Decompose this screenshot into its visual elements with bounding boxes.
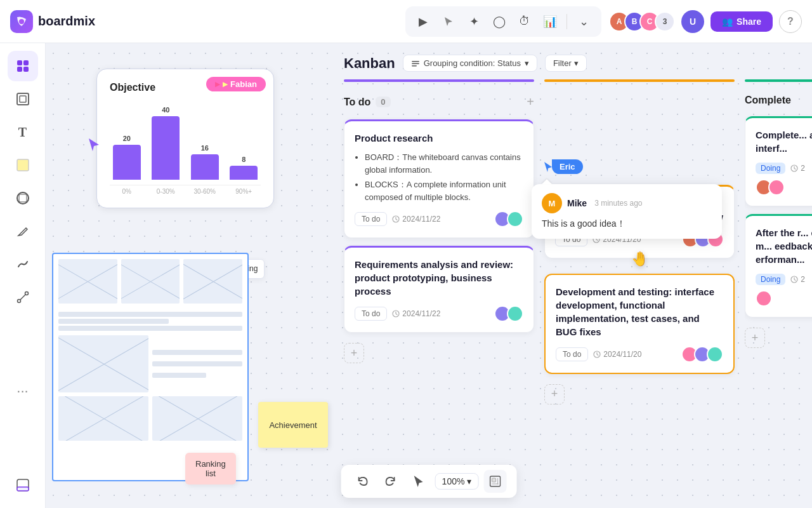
- toolbar-play-btn[interactable]: ▶: [412, 10, 435, 33]
- wf-box-6: [152, 396, 242, 441]
- complete-plus-btn[interactable]: +: [745, 328, 765, 348]
- todo-title: To do: [344, 97, 370, 108]
- toolbar-circle-btn[interactable]: ◯: [488, 10, 511, 33]
- ranking-sticky[interactable]: Ranking list: [185, 453, 236, 485]
- svg-point-11: [25, 292, 28, 295]
- sidebar-item-text[interactable]: T: [8, 117, 38, 147]
- hand-cursor-icon: 🤚: [631, 251, 648, 267]
- sidebar-item-sticky[interactable]: [8, 150, 38, 180]
- complete-card2-title: After the r... ersion, m... eedback... e…: [756, 226, 812, 266]
- doing-badge-1: Doing: [756, 163, 785, 174]
- kanban-columns: To do 0 + Product research BOARD：The whi…: [331, 79, 812, 493]
- svg-rect-14: [412, 61, 419, 62]
- achievement-text: Achievement: [269, 420, 317, 430]
- toolbar-cursor-btn[interactable]: [437, 10, 460, 33]
- svg-rect-15: [412, 63, 419, 64]
- select-tool-button[interactable]: [407, 470, 430, 493]
- grouping-dropdown[interactable]: Grouping condition: Status ▾: [403, 55, 537, 72]
- chart-card[interactable]: Objective ▶ Fabian 20 40 16: [96, 69, 274, 208]
- fabian-label: Fabian: [230, 79, 257, 89]
- sidebar-item-connector[interactable]: [8, 282, 38, 312]
- wf-box-2: [121, 259, 180, 304]
- popup-arrow: [542, 179, 552, 184]
- bar-axis: 0% 0-30% 30-60% 90%+: [110, 185, 261, 195]
- doing-badge-2: Doing: [756, 274, 785, 285]
- sidebar-more[interactable]: ···: [8, 376, 38, 406]
- card-product-research[interactable]: Product research BOARD：The whiteboard ca…: [344, 119, 534, 238]
- main-avatar: U: [681, 10, 704, 33]
- bar-group-1: 20: [110, 135, 144, 180]
- map-icon: [489, 476, 501, 487]
- complete-header: Complete: [745, 92, 812, 109]
- sidebar-item-pen[interactable]: [8, 216, 38, 246]
- kanban-header: Kanban Grouping condition: Status ▾ Filt…: [331, 43, 812, 79]
- redo-button[interactable]: [379, 470, 402, 493]
- card-requirements[interactable]: Requirements analysis and review: produc…: [344, 246, 534, 333]
- comment-text: This is a good idea！: [542, 218, 712, 230]
- avatar-group: A B C 3: [609, 11, 675, 32]
- toolbar-timer-btn[interactable]: ⏱: [513, 10, 536, 33]
- req-date: 2024/11/22: [392, 309, 440, 318]
- canvas: Objective ▶ Fabian 20 40 16: [46, 43, 812, 508]
- minimap-button[interactable]: [483, 470, 506, 493]
- filter-label: Filter: [553, 58, 572, 68]
- card-product-research-footer: To do 2024/11/22: [355, 211, 523, 227]
- card-todo-tag: To do: [355, 212, 387, 226]
- sidebar-item-shapes[interactable]: [8, 183, 38, 213]
- svg-rect-2: [23, 60, 29, 65]
- filter-button[interactable]: Filter ▾: [545, 55, 587, 72]
- achievement-sticky[interactable]: Achievement: [258, 402, 328, 448]
- kanban-column-complete: Complete Complete... and interf... Doing…: [745, 79, 812, 493]
- toolbar-more-btn[interactable]: ⌄: [572, 10, 595, 33]
- purple-cursor: [89, 138, 99, 154]
- card-dev-footer: To do 2024/11/20: [556, 346, 723, 363]
- undo-icon: [357, 475, 369, 488]
- sidebar-item-home[interactable]: [8, 51, 38, 81]
- todo-plus-btn[interactable]: +: [344, 343, 364, 363]
- card-dev-testing[interactable]: Development and testing: interface devel…: [544, 274, 735, 374]
- bar-1: [113, 145, 141, 180]
- svg-rect-6: [20, 96, 26, 102]
- wireframe-card[interactable]: [52, 253, 249, 481]
- bar-chart: 20 40 16 8: [110, 104, 261, 180]
- sidebar-bottom-panel[interactable]: [8, 470, 38, 500]
- complete-card2-date: 2: [790, 275, 805, 284]
- svg-rect-7: [17, 159, 29, 171]
- dev-todo-tag: To do: [556, 347, 588, 361]
- todo-header: To do 0 +: [344, 92, 534, 112]
- zoom-selector[interactable]: 100% ▾: [435, 473, 479, 490]
- bottom-bar: 100% ▾: [341, 465, 517, 498]
- req-avatar-2: [507, 305, 523, 322]
- avatar-count: 3: [655, 11, 675, 32]
- svg-rect-13: [17, 487, 29, 491]
- commenter-avatar: M: [542, 193, 562, 213]
- card-complete-2[interactable]: After the r... ersion, m... eedback... e…: [745, 214, 812, 318]
- share-icon: 👥: [722, 17, 733, 27]
- dev-card-wrapper: 🤚 Development and testing: interface dev…: [544, 266, 735, 374]
- redo-icon: [384, 475, 397, 488]
- complete-card2-footer: Doing 2: [756, 274, 812, 285]
- toolbar-chart-btn[interactable]: 📊: [539, 10, 561, 33]
- sidebar-item-draw[interactable]: [8, 249, 38, 279]
- toolbar-star-btn[interactable]: ✦: [462, 10, 485, 33]
- bar-group-2: 40: [149, 106, 183, 180]
- todo-add-btn[interactable]: +: [527, 95, 534, 109]
- filter-chevron: ▾: [574, 58, 579, 68]
- share-button[interactable]: 👥 Share: [710, 11, 773, 32]
- card-complete-1[interactable]: Complete... and interf... Doing 2: [745, 116, 812, 206]
- svg-rect-3: [17, 67, 22, 72]
- inprogress-plus-btn[interactable]: +: [544, 384, 565, 404]
- clock-icon-4: [593, 351, 601, 358]
- bar-2: [152, 116, 180, 180]
- zoom-chevron: ▾: [467, 476, 471, 486]
- sidebar-item-frames[interactable]: [8, 84, 38, 114]
- todo-count: 0: [376, 97, 390, 107]
- req-todo-tag: To do: [355, 307, 387, 321]
- svg-rect-9: [19, 194, 27, 202]
- clock-icon-5: [790, 164, 798, 172]
- help-button[interactable]: ?: [779, 10, 802, 33]
- clock-icon-6: [790, 276, 798, 283]
- complete-title: Complete: [745, 95, 791, 106]
- undo-button[interactable]: [351, 470, 374, 493]
- complete-card1-footer: Doing 2: [756, 163, 812, 174]
